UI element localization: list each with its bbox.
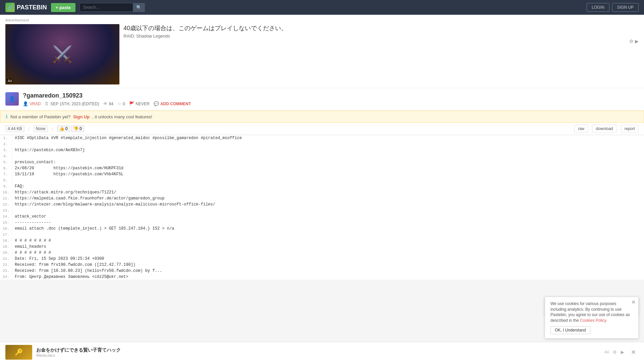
code-line: 13.	[0, 207, 644, 214]
signup-button[interactable]: SIGN UP	[612, 3, 639, 12]
separator-2: |	[52, 126, 53, 131]
ad-label: Advertisement	[5, 18, 639, 22]
paste-title: ?gamaredon_150923	[23, 92, 639, 99]
search-button[interactable]: 🔍	[133, 3, 145, 12]
line-number: 18.	[0, 238, 12, 244]
code-line: 11. https://malpedia.caad.fkie.fraunhofe…	[0, 195, 644, 201]
paste-date: SEP 15TH, 2023 (EDITED)	[50, 102, 99, 106]
info-text: Not a member of Pastebin yet?	[10, 114, 70, 119]
line-number: 2.	[0, 141, 12, 147]
code-line: 3. https://pastebin.com/AeXB3n7j	[0, 147, 644, 153]
line-content: email attach .doc (template_inject.) > G…	[12, 226, 644, 232]
code-line: 10. https://attack.mitre.org/techniques/…	[0, 189, 644, 195]
vote-group: 👍 0 👎 0	[57, 125, 84, 132]
code-line: 2.	[0, 141, 644, 147]
code-line: 22. Received: from frv190.fwdcdn.com ([2…	[0, 262, 644, 268]
ad-main-text: 40歳以下の場合は、このゲームはプレイしないでください。	[123, 24, 639, 32]
logo-icon: 🔗	[5, 3, 15, 12]
line-content: 2x/08/20 https://pastebin.com/HUKPF31d	[12, 165, 644, 171]
line-number: 24.	[0, 274, 12, 280]
line-content: #IOC #OptiData #VR #template_injection #…	[12, 135, 644, 141]
info-bar: ℹ Not a member of Pastebin yet? Sign Up …	[0, 111, 644, 123]
code-line: 20. # # # # # # # #	[0, 250, 644, 256]
likes-item: ☆ 0	[117, 101, 125, 106]
code-line: 6. 2x/08/20 https://pastebin.com/HUKPF31…	[0, 165, 644, 171]
comment-item: 💬 ADD COMMENT	[154, 101, 191, 106]
code-line: 4.	[0, 153, 644, 159]
code-line: 9. FAQ:	[0, 183, 644, 189]
upvote-button[interactable]: 👍 0	[57, 125, 70, 132]
flag-icon: 🚩	[129, 101, 135, 106]
toolbar: 4.44 KB | None | 👍 0 👎 0 raw download re…	[0, 123, 644, 135]
line-content: FAQ:	[12, 183, 644, 189]
line-number: 19.	[0, 244, 12, 250]
login-button[interactable]: LOGIN	[587, 3, 609, 12]
ad-image[interactable]: ⚔️ Ad	[5, 24, 119, 84]
date-icon: 🗓	[45, 101, 49, 106]
code-line: 12. https://intezer.com/blog/malware-ana…	[0, 201, 644, 207]
paste-info: ?gamaredon_150923 👤 VRAD 🗓 SEP 15TH, 202…	[23, 92, 639, 106]
line-number: 13.	[0, 207, 12, 214]
upvote-count: 0	[65, 126, 68, 131]
download-button[interactable]: download	[592, 125, 616, 133]
header: 🔗 PASTEBIN + paste 🔍 LOGIN SIGN UP	[0, 0, 644, 15]
ad-sub-text: RAID: Shadow Legends	[123, 34, 639, 39]
line-number: 14.	[0, 214, 12, 220]
line-content: # # # # # # # #	[12, 238, 644, 244]
add-comment-link[interactable]: ADD COMMENT	[160, 102, 191, 106]
paste-details: 👤 VRAD 🗓 SEP 15TH, 2023 (EDITED) 👁 94 ☆ …	[23, 101, 639, 106]
logo-text: PASTEBIN	[17, 4, 47, 11]
line-number: 4.	[0, 153, 12, 159]
line-number: 16.	[0, 226, 12, 232]
line-content: previous_contact:	[12, 159, 644, 165]
ad-image-inner: ⚔️	[5, 24, 119, 84]
new-paste-button[interactable]: + paste	[51, 3, 75, 12]
code-line: 5. previous_contact:	[0, 159, 644, 165]
downvote-count: 0	[79, 126, 82, 131]
downvote-button[interactable]: 👎 0	[71, 125, 84, 132]
author-link[interactable]: VRAD	[30, 102, 41, 106]
line-number: 22.	[0, 262, 12, 268]
paste-avatar: 👤	[5, 92, 19, 106]
paste-likes: 0	[123, 102, 125, 106]
info-signup-link[interactable]: Sign Up	[73, 114, 90, 119]
info-icon: ℹ	[6, 114, 8, 120]
ad-controls: ⚙ ▶	[123, 39, 639, 44]
line-content: ---------------	[12, 220, 644, 226]
line-number: 7.	[0, 171, 12, 177]
thumbs-down-icon: 👎	[73, 126, 78, 131]
separator-1: |	[29, 126, 30, 131]
code-line: 24. From: Центр Державних Замовлень <cdz…	[0, 274, 644, 280]
line-number: 5.	[0, 159, 12, 165]
code-line: 23. Received: from [10.10.80.23] (hello=…	[0, 268, 644, 274]
code-line: 1. #IOC #OptiData #VR #template_injectio…	[0, 135, 644, 141]
views-item: 👁 94	[103, 101, 113, 106]
line-content: # # # # # # # #	[12, 250, 644, 256]
line-content: email_headers	[12, 244, 644, 250]
logo-link[interactable]: 🔗 PASTEBIN	[5, 3, 47, 12]
line-content: https://malpedia.caad.fkie.fraunhofer.de…	[12, 195, 644, 201]
code-line: 16. email attach .doc (template_inject.)…	[0, 226, 644, 232]
line-content: Date: Fri, 15 Sep 2023 09:25:34 +0300	[12, 256, 644, 262]
line-content: https://intezer.com/blog/malware-analysi…	[12, 201, 644, 207]
star-icon: ☆	[117, 101, 121, 106]
line-number: 21.	[0, 256, 12, 262]
raw-button[interactable]: raw	[574, 125, 588, 133]
ad-settings-icon[interactable]: ⚙	[629, 39, 634, 44]
ad-info-icon[interactable]: ▶	[635, 39, 639, 44]
code-container: 1. #IOC #OptiData #VR #template_injectio…	[0, 135, 644, 280]
comment-icon: 💬	[154, 101, 159, 106]
ad-text-block: 40歳以下の場合は、このゲームはプレイしないでください。 RAID: Shado…	[123, 24, 639, 44]
line-number: 17.	[0, 232, 12, 238]
line-number: 1.	[0, 135, 12, 141]
search-input[interactable]	[79, 3, 133, 12]
advertisement-section: Advertisement ⚔️ Ad 40歳以下の場合は、このゲームはプレイし…	[0, 15, 644, 88]
line-content: https://pastebin.com/AeXB3n7j	[12, 147, 644, 153]
info-suffix: , it unlocks many cool features!	[92, 114, 152, 119]
report-button[interactable]: report	[621, 125, 639, 133]
line-number: 9.	[0, 183, 12, 189]
line-number: 12.	[0, 201, 12, 207]
line-number: 11.	[0, 195, 12, 201]
line-number: 8.	[0, 177, 12, 183]
paste-expiry: NEVER	[136, 102, 150, 106]
